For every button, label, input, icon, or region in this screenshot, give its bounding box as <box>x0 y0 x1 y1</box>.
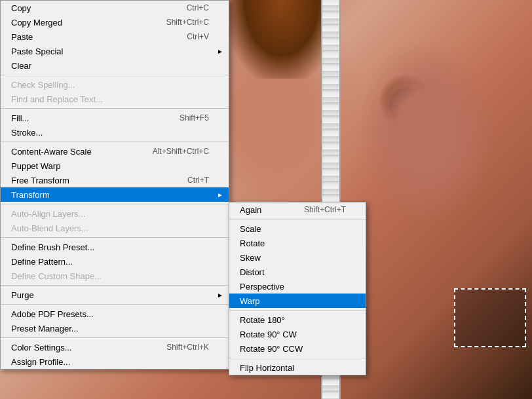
menu-item-find-replace: Find and Replace Text... <box>1 92 229 106</box>
selection-box <box>454 288 526 347</box>
menu-item-content-aware-scale[interactable]: Content-Aware Scale Alt+Shift+Ctrl+C <box>1 144 229 159</box>
submenu-item-rotate90cw[interactable]: Rotate 90° CW <box>229 327 366 341</box>
submenu-item-again[interactable]: Again Shift+Ctrl+T <box>229 202 366 217</box>
menu-item-free-transform[interactable]: Free Transform Ctrl+T <box>1 173 229 187</box>
separator-7 <box>1 304 229 305</box>
separator-6 <box>1 285 229 286</box>
submenu-item-flip-horizontal[interactable]: Flip Horizontal <box>229 360 366 375</box>
purge-arrow: ► <box>217 292 223 299</box>
menu-item-preset-manager[interactable]: Preset Manager... <box>1 321 229 335</box>
menu-item-puppet-warp[interactable]: Puppet Warp <box>1 159 229 173</box>
separator-5 <box>1 237 229 238</box>
submenu-separator-1 <box>229 219 366 219</box>
hair-overlay <box>229 0 334 79</box>
submenu-item-rotate90ccw[interactable]: Rotate 90° CCW <box>229 341 366 356</box>
menu-item-clear[interactable]: Clear <box>1 58 229 73</box>
submenu-item-warp[interactable]: Warp <box>229 294 366 308</box>
menu-item-paste-special[interactable]: Paste Special ► <box>1 44 229 58</box>
submenu-item-distort[interactable]: Distort <box>229 265 366 279</box>
submenu-item-scale[interactable]: Scale <box>229 221 366 236</box>
menu-item-paste[interactable]: Paste Ctrl+V <box>1 29 229 44</box>
menu-item-transform[interactable]: Transform ► <box>1 187 229 202</box>
submenu-item-skew[interactable]: Skew <box>229 250 366 265</box>
menu-item-define-brush[interactable]: Define Brush Preset... <box>1 240 229 254</box>
separator-1 <box>1 75 229 75</box>
separator-2 <box>1 108 229 109</box>
menu-item-copy[interactable]: Copy Ctrl+C <box>1 1 229 15</box>
submenu-separator-3 <box>229 358 366 358</box>
transform-arrow: ► <box>217 191 223 199</box>
menu-item-check-spelling: Check Spelling... <box>1 77 229 92</box>
separator-4 <box>1 204 229 204</box>
separator-8 <box>1 337 229 338</box>
transform-submenu: Again Shift+Ctrl+T Scale Rotate Skew Dis… <box>229 202 366 375</box>
menu-item-fill[interactable]: Fill... Shift+F5 <box>1 111 229 125</box>
submenu-item-perspective[interactable]: Perspective <box>229 279 366 294</box>
paste-special-arrow: ► <box>217 48 223 55</box>
menu-item-define-custom-shape: Define Custom Shape... <box>1 269 229 283</box>
menu-item-define-pattern[interactable]: Define Pattern... <box>1 254 229 269</box>
context-menu: Copy Ctrl+C Copy Merged Shift+Ctrl+C Pas… <box>0 0 229 370</box>
submenu-separator-2 <box>229 310 366 311</box>
menu-item-adobe-pdf[interactable]: Adobe PDF Presets... <box>1 307 229 321</box>
menu-item-stroke[interactable]: Stroke... <box>1 125 229 140</box>
menu-item-assign-profile[interactable]: Assign Profile... <box>1 354 229 369</box>
menu-item-auto-blend: Auto-Blend Layers... <box>1 221 229 235</box>
separator-3 <box>1 142 229 142</box>
menu-item-copy-merged[interactable]: Copy Merged Shift+Ctrl+C <box>1 15 229 29</box>
menu-item-color-settings[interactable]: Color Settings... Shift+Ctrl+K <box>1 340 229 354</box>
submenu-item-rotate180[interactable]: Rotate 180° <box>229 313 366 327</box>
submenu-item-rotate[interactable]: Rotate <box>229 236 366 250</box>
menu-item-auto-align: Auto-Align Layers... <box>1 206 229 221</box>
menu-item-purge[interactable]: Purge ► <box>1 288 229 302</box>
